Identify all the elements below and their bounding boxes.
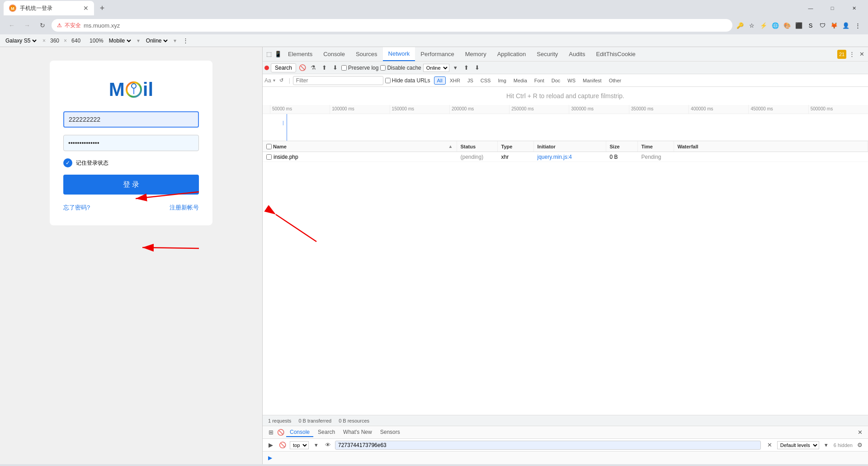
tab-security[interactable]: Security [531, 47, 563, 61]
console-exec-icon[interactable]: ▶ [266, 441, 275, 450]
key-icon[interactable]: 🔑 [735, 20, 745, 30]
filter-manifest[interactable]: Manifest [580, 76, 605, 85]
devtools-more-icon[interactable]: ⋮ [847, 50, 856, 59]
row-checkbox[interactable] [266, 154, 272, 160]
console-tab-console[interactable]: Console [286, 428, 313, 437]
console-tab-search[interactable]: Search [314, 428, 339, 437]
console-expression-input[interactable] [335, 441, 761, 450]
tab-performance[interactable]: Performance [415, 47, 459, 61]
hide-data-urls-checkbox[interactable] [385, 78, 391, 83]
th-name[interactable]: Name ▲ [263, 141, 457, 152]
console-close-icon[interactable]: ✕ [855, 428, 864, 437]
tab-editthiscookie[interactable]: EditThisCookie [590, 47, 641, 61]
tab-audits[interactable]: Audits [563, 47, 590, 61]
filter-doc[interactable]: Doc [548, 76, 564, 85]
extension8-icon[interactable]: 👤 [841, 20, 851, 30]
filter-media[interactable]: Media [510, 76, 530, 85]
filter-ws[interactable]: WS [564, 76, 579, 85]
download-har-icon[interactable]: ⬇ [473, 63, 482, 72]
extension6-icon[interactable]: 🛡 [817, 20, 827, 30]
console-stop-icon[interactable]: 🚫 [276, 428, 285, 437]
filter-xhr[interactable]: XHR [447, 76, 463, 85]
notifications-badge[interactable]: 21 [837, 50, 846, 59]
context-select[interactable]: top [290, 441, 309, 449]
regex-icon[interactable]: ↺ [277, 76, 286, 85]
tab-close-icon[interactable]: ✕ [83, 5, 89, 12]
th-size[interactable]: Size [606, 141, 638, 152]
console-panel-icon[interactable]: ⊞ [266, 428, 275, 437]
th-type[interactable]: Type [498, 141, 534, 152]
new-tab-button[interactable]: + [96, 2, 108, 14]
context-dropdown-icon[interactable]: ▾ [311, 441, 321, 450]
log-levels-select[interactable]: Default levels [777, 441, 819, 449]
preserve-log-label[interactable]: Preserve log [341, 65, 378, 71]
tab-network[interactable]: Network [383, 47, 415, 61]
extension2-icon[interactable]: 🌐 [770, 20, 780, 30]
console-tab-whatsnew[interactable]: What's New [340, 428, 376, 437]
settings-icon[interactable]: ⚙ [855, 441, 864, 450]
window-minimize-button[interactable]: — [800, 1, 821, 15]
console-tab-sensors[interactable]: Sensors [377, 428, 404, 437]
throttling-select[interactable]: Online [423, 64, 449, 72]
text-size-icon[interactable]: Aa [264, 77, 271, 84]
browser-tab-active[interactable]: M 手机统一登录 ✕ [4, 1, 94, 15]
th-initiator[interactable]: Initiator [534, 141, 606, 152]
th-time[interactable]: Time [638, 141, 674, 152]
filter-font[interactable]: Font [531, 76, 547, 85]
td-initiator[interactable]: jquery.min.js:4 [534, 154, 606, 160]
extension7-icon[interactable]: 🦊 [829, 20, 839, 30]
export-icon[interactable]: ⬇ [330, 63, 340, 72]
filter-icon[interactable]: ⚗ [309, 63, 318, 72]
extension1-icon[interactable]: ⚡ [759, 20, 769, 30]
preserve-log-checkbox[interactable] [341, 65, 347, 71]
filter-all[interactable]: All [434, 76, 446, 85]
remember-checkbox[interactable]: ✓ [63, 158, 72, 167]
network-select[interactable]: Online [144, 37, 169, 44]
th-waterfall[interactable]: Waterfall [674, 141, 868, 152]
bookmark-icon[interactable]: ☆ [747, 20, 757, 30]
tab-sources[interactable]: Sources [350, 47, 383, 61]
import-icon[interactable]: ⬆ [320, 63, 329, 72]
login-button[interactable]: 登 录 [63, 175, 199, 195]
clear-expression-icon[interactable]: ✕ [765, 441, 774, 450]
levels-dropdown-icon[interactable]: ▾ [822, 441, 831, 450]
tab-elements[interactable]: Elements [283, 47, 318, 61]
tab-application[interactable]: Application [492, 47, 532, 61]
filter-img[interactable]: Img [495, 76, 509, 85]
username-input[interactable] [63, 111, 199, 128]
window-maximize-button[interactable]: □ [822, 1, 843, 15]
reload-button[interactable]: ↻ [36, 19, 49, 32]
throttling-dropdown-icon[interactable]: ▾ [451, 63, 460, 72]
upload-har-icon[interactable]: ⬆ [462, 63, 471, 72]
device-select[interactable]: Galaxy S5 [4, 37, 38, 44]
select-all-checkbox[interactable] [266, 144, 272, 149]
filter-other[interactable]: Other [606, 76, 625, 85]
disable-cache-label[interactable]: Disable cache [380, 65, 421, 71]
filter-js[interactable]: JS [464, 76, 476, 85]
filter-input[interactable] [293, 76, 383, 85]
devtools-device-icon[interactable]: 📱 [274, 50, 283, 59]
tab-memory[interactable]: Memory [460, 47, 492, 61]
th-status[interactable]: Status [457, 141, 498, 152]
console-clear-icon[interactable]: 🚫 [278, 441, 287, 450]
extension4-icon[interactable]: ⬛ [794, 20, 804, 30]
devtools-inspect-icon[interactable]: ⬚ [264, 50, 274, 59]
window-close-button[interactable]: ✕ [844, 1, 864, 15]
console-caret-icon[interactable]: ▶ [268, 455, 272, 461]
mode-select[interactable]: Mobile [107, 37, 132, 44]
back-button[interactable]: ← [5, 19, 18, 32]
password-input[interactable] [63, 135, 199, 151]
clear-icon[interactable]: 🚫 [298, 63, 307, 72]
tab-console[interactable]: Console [318, 47, 350, 61]
filter-css[interactable]: CSS [477, 76, 494, 85]
forgot-password-link[interactable]: 忘了密码? [63, 204, 90, 212]
forward-button[interactable]: → [21, 19, 33, 32]
extension5-icon[interactable]: S [806, 20, 816, 30]
disable-cache-checkbox[interactable] [380, 65, 386, 71]
menu-dots-icon[interactable]: ⋮ [853, 20, 863, 30]
network-search-button[interactable]: Search [271, 63, 296, 72]
more-options-icon[interactable]: ⋮ [181, 36, 191, 46]
hide-data-urls-label[interactable]: Hide data URLs [385, 77, 430, 84]
address-input[interactable]: ⚠ 不安全 ms.muom.xyz [52, 19, 732, 32]
register-link[interactable]: 注册新帐号 [170, 204, 199, 212]
